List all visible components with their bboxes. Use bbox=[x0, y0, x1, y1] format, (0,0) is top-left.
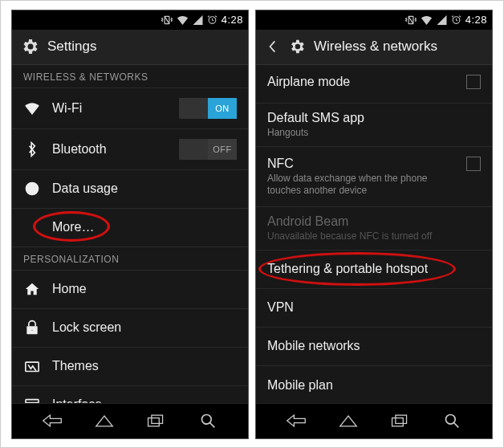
alarm-icon bbox=[451, 14, 461, 25]
sms-sub: Hangouts bbox=[267, 127, 308, 139]
clock-text: 4:28 bbox=[465, 14, 487, 26]
themes-row[interactable]: Themes bbox=[12, 348, 248, 386]
svg-rect-17 bbox=[396, 415, 407, 423]
svg-point-4 bbox=[31, 329, 34, 332]
themes-icon bbox=[23, 359, 41, 373]
section-header-personalization: PERSONALIZATION bbox=[12, 247, 248, 271]
svg-rect-9 bbox=[148, 418, 160, 426]
beam-row: Android Beam Unavailable because NFC is … bbox=[256, 207, 492, 250]
interface-row[interactable]: Interface bbox=[12, 386, 248, 403]
data-usage-row[interactable]: Data usage bbox=[12, 170, 248, 209]
clock-text: 4:28 bbox=[222, 14, 243, 26]
nav-bar bbox=[256, 403, 492, 438]
bluetooth-label: Bluetooth bbox=[52, 142, 107, 157]
airplane-checkbox[interactable] bbox=[466, 75, 481, 89]
nav-bar bbox=[12, 403, 248, 438]
svg-point-11 bbox=[201, 415, 211, 425]
left-screenshot: 4:28 Settings WIRELESS & NETWORKS Wi-Fi … bbox=[11, 10, 249, 439]
signal-icon bbox=[193, 15, 203, 25]
nav-home-button[interactable] bbox=[93, 409, 116, 432]
vpn-label: VPN bbox=[267, 300, 294, 315]
vpn-row[interactable]: VPN bbox=[256, 289, 492, 328]
airplane-label: Airplane mode bbox=[267, 75, 455, 89]
nav-recents-button[interactable] bbox=[144, 409, 167, 432]
toggle-on-label: ON bbox=[208, 98, 237, 119]
more-label: More… bbox=[52, 220, 94, 234]
nav-home-button[interactable] bbox=[337, 409, 360, 432]
toggle-off-label: OFF bbox=[208, 139, 237, 160]
app-header: Settings bbox=[12, 30, 248, 65]
home-label: Home bbox=[52, 282, 87, 296]
wifi-label: Wi-Fi bbox=[52, 101, 82, 116]
sms-row[interactable]: Default SMS app Hangouts bbox=[256, 104, 492, 147]
wireless-list: Airplane mode Default SMS app Hangouts N… bbox=[256, 65, 492, 403]
back-chevron-icon[interactable] bbox=[264, 39, 280, 54]
status-bar: 4:28 bbox=[12, 10, 248, 30]
page-title: Wireless & networks bbox=[314, 39, 437, 55]
settings-gear-icon[interactable] bbox=[288, 38, 306, 55]
svg-line-1 bbox=[165, 16, 169, 23]
nfc-sub: Allow data exchange when the phone touch… bbox=[267, 173, 455, 197]
settings-gear-icon[interactable] bbox=[20, 37, 39, 56]
nfc-label: NFC bbox=[267, 157, 455, 171]
home-row[interactable]: Home bbox=[12, 271, 248, 309]
data-usage-label: Data usage bbox=[52, 181, 118, 196]
svg-line-14 bbox=[408, 16, 413, 23]
interface-icon bbox=[23, 398, 41, 403]
vibrate-icon bbox=[161, 14, 173, 26]
section-header-wireless: WIRELESS & NETWORKS bbox=[12, 65, 248, 88]
themes-label: Themes bbox=[52, 359, 99, 373]
sms-label: Default SMS app bbox=[267, 111, 364, 125]
mobile-networks-row[interactable]: Mobile networks bbox=[256, 328, 492, 366]
bluetooth-toggle[interactable]: OFF bbox=[179, 139, 237, 160]
airplane-row[interactable]: Airplane mode bbox=[256, 65, 492, 104]
settings-list: WIRELESS & NETWORKS Wi-Fi ON Bluetooth O… bbox=[12, 65, 248, 403]
mobile-plan-row[interactable]: Mobile plan bbox=[256, 366, 492, 403]
svg-point-18 bbox=[445, 415, 455, 425]
more-row[interactable]: More… bbox=[12, 209, 248, 247]
alarm-icon bbox=[207, 14, 217, 25]
interface-label: Interface bbox=[52, 397, 102, 403]
mobile-networks-label: Mobile networks bbox=[267, 339, 360, 353]
svg-rect-10 bbox=[152, 415, 163, 423]
vibrate-icon bbox=[405, 14, 417, 26]
lock-icon bbox=[23, 320, 41, 336]
mobile-plan-label: Mobile plan bbox=[267, 378, 333, 393]
bluetooth-icon bbox=[23, 141, 41, 157]
nfc-row[interactable]: NFC Allow data exchange when the phone t… bbox=[256, 147, 492, 207]
nav-search-button[interactable] bbox=[197, 409, 219, 432]
nfc-checkbox[interactable] bbox=[466, 157, 481, 171]
app-header: Wireless & networks bbox=[256, 30, 492, 65]
data-usage-icon bbox=[23, 181, 41, 197]
bluetooth-row[interactable]: Bluetooth OFF bbox=[12, 129, 248, 170]
beam-sub: Unavailable because NFC is turned off bbox=[267, 230, 432, 242]
nav-recents-button[interactable] bbox=[388, 409, 411, 432]
right-screenshot: 4:28 Wireless & networks Airplane mode D… bbox=[255, 10, 493, 439]
wifi-row[interactable]: Wi-Fi ON bbox=[12, 88, 248, 129]
wifi-row-icon bbox=[23, 102, 41, 115]
svg-line-19 bbox=[453, 423, 458, 428]
nav-back-button[interactable] bbox=[285, 409, 307, 432]
lock-screen-row[interactable]: Lock screen bbox=[12, 309, 248, 348]
wifi-icon bbox=[421, 15, 433, 25]
signal-icon bbox=[437, 15, 447, 25]
svg-rect-16 bbox=[392, 418, 404, 426]
status-bar: 4:28 bbox=[256, 10, 492, 30]
wifi-icon bbox=[177, 15, 189, 25]
tethering-label: Tethering & portable hotspot bbox=[267, 262, 428, 276]
lock-label: Lock screen bbox=[52, 320, 121, 335]
svg-line-12 bbox=[209, 423, 214, 428]
beam-label: Android Beam bbox=[267, 214, 348, 229]
tethering-row[interactable]: Tethering & portable hotspot bbox=[256, 250, 492, 289]
nav-search-button[interactable] bbox=[441, 409, 463, 432]
nav-back-button[interactable] bbox=[41, 409, 63, 432]
wifi-toggle[interactable]: ON bbox=[179, 98, 237, 119]
home-icon bbox=[23, 282, 41, 296]
page-title: Settings bbox=[47, 39, 96, 55]
